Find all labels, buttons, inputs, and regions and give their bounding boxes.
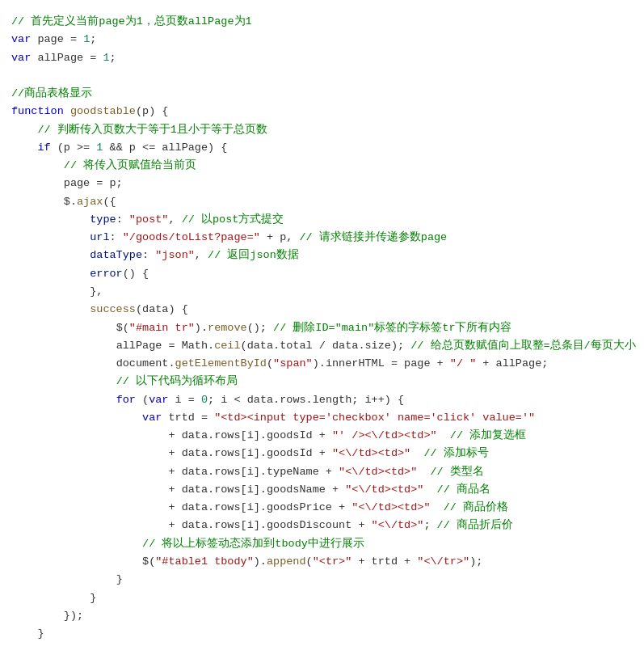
token: "<\/td><td>" [351, 499, 430, 517]
token: "<\/td><td>" [339, 463, 417, 481]
token: (); [247, 319, 273, 337]
code-line: $("#table1 tbody").append("<tr>" + trtd … [0, 553, 644, 571]
token: append [267, 553, 306, 571]
token: "<\/td><td>" [332, 445, 410, 462]
token: "<td><input type='checkbox' name='click'… [214, 409, 535, 427]
token: // 商品名 [423, 481, 490, 499]
code-line: + data.rows[i].goodsPrice + "<\/td><td>"… [0, 499, 644, 517]
token: + data.rows[i].goodsId + [168, 445, 332, 462]
token: page = [31, 31, 83, 49]
token: 1 [83, 31, 90, 49]
token: }); [64, 607, 83, 625]
token: var [11, 31, 31, 49]
token: (p >= [51, 139, 97, 157]
token: "post" [129, 211, 169, 229]
token: ( [267, 355, 273, 373]
code-line: var page = 1; [0, 31, 644, 49]
token: : [110, 229, 123, 247]
token: var [142, 409, 162, 427]
token: for [116, 391, 136, 409]
token: ). [195, 319, 208, 337]
code-line: } [0, 571, 644, 589]
token: "<\/td>" [372, 517, 424, 534]
code-line: + data.rows[i].goodsId + "<\/td><td>" //… [0, 445, 644, 462]
token: // 类型名 [417, 463, 484, 481]
token: "<\/td><td>" [345, 481, 423, 499]
token: 1 [96, 139, 103, 157]
token: + data.rows[i].goodsPrice + [168, 499, 351, 517]
token: trtd = [162, 409, 214, 427]
token: (p) { [136, 103, 169, 120]
token: (data) { [136, 301, 188, 319]
token: "span" [273, 355, 313, 373]
token: ceil [214, 337, 240, 355]
token: ). [254, 553, 267, 571]
token: "/goods/toList?page=" [123, 229, 260, 247]
token: , [195, 247, 208, 264]
token: // 添加标号 [410, 445, 489, 462]
token: //商品表格显示 [11, 85, 92, 103]
token: + allPage; [476, 355, 548, 373]
token: "<tr>" [313, 553, 352, 571]
code-line: if (p >= 1 && p <= allPage) { [0, 139, 644, 157]
token: + data.rows[i].goodsDiscount + [168, 517, 371, 534]
code-line: dataType: "json", // 返回json数据 [0, 247, 644, 264]
token: // 商品折后价 [437, 517, 513, 534]
token: // 判断传入页数大于等于1且小于等于总页数 [37, 121, 267, 139]
code-line: + data.rows[i].goodsDiscount + "<\/td>";… [0, 517, 644, 534]
token: } [11, 643, 18, 646]
token: } [90, 589, 96, 607]
code-line: error() { [0, 265, 644, 283]
code-line: type: "post", // 以post方式提交 [0, 211, 644, 229]
token: + trtd + [351, 553, 417, 571]
token: remove [208, 319, 247, 337]
token: 0 [201, 391, 208, 409]
code-line: // 判断传入页数大于等于1且小于等于总页数 [0, 121, 644, 139]
token: ( [306, 553, 313, 571]
code-line: //商品表格显示 [0, 85, 644, 103]
code-line: } [0, 589, 644, 607]
token: + data.rows[i].goodsId + [168, 427, 332, 445]
token: document. [116, 355, 175, 373]
token: // 删除ID="main"标签的字标签tr下所有内容 [273, 319, 511, 337]
token: url [90, 229, 109, 247]
code-line: + data.rows[i].goodsId + "' /><\/td><td>… [0, 427, 644, 445]
token: type [90, 211, 116, 229]
token: ).innerHTML = page + [313, 355, 450, 373]
token: // 商品价格 [431, 499, 509, 517]
code-line: + data.rows[i].goodsName + "<\/td><td>" … [0, 481, 644, 499]
token: var [149, 391, 168, 409]
code-line: success(data) { [0, 301, 644, 319]
token: dataType [90, 247, 142, 264]
token: }, [90, 283, 103, 301]
code-line: // 首先定义当前page为1，总页数allPage为1 [0, 13, 644, 31]
token: "' /><\/td><td>" [332, 427, 437, 445]
token: $( [142, 553, 155, 571]
token: allPage = [31, 49, 103, 67]
code-line: var trtd = "<td><input type='checkbox' n… [0, 409, 644, 427]
token: && p <= allPage) { [103, 139, 227, 157]
token: error [90, 265, 123, 283]
token: // 添加复选框 [437, 427, 527, 445]
token: $. [64, 193, 77, 211]
code-line: function goodstable(p) { [0, 103, 644, 120]
token: // 返回json数据 [208, 247, 299, 264]
token: ); [469, 553, 482, 571]
token: // 将以上标签动态添加到tbody中进行展示 [142, 535, 364, 553]
token: page = p; [64, 175, 123, 192]
code-line: $.ajax({ [0, 193, 644, 211]
token: function [11, 103, 64, 120]
token: getElementById [175, 355, 267, 373]
token: // 请求链接并传递参数page [299, 229, 447, 247]
token: ; [90, 31, 96, 49]
token: // 给总页数赋值向上取整=总条目/每页大小 [410, 337, 636, 355]
code-line: // 以下代码为循环布局 [0, 373, 644, 391]
code-line: var allPage = 1; [0, 49, 644, 67]
code-line: for (var i = 0; i < data.rows.length; i+… [0, 391, 644, 409]
code-line: + data.rows[i].typeName + "<\/td><td>" /… [0, 463, 644, 481]
token: var [11, 49, 31, 67]
token: + data.rows[i].goodsName + [168, 481, 345, 499]
code-line: page = p; [0, 175, 644, 192]
code-line: } [0, 625, 644, 643]
token: + p, [260, 229, 300, 247]
